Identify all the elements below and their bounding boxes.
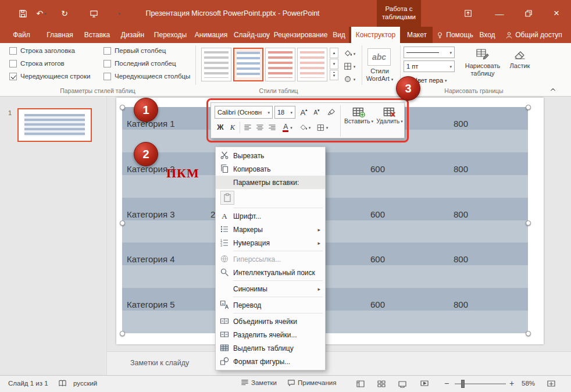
menu-item-merge-cells[interactable]: Объединить ячейки [216, 315, 325, 328]
close-button[interactable]: × [547, 5, 566, 22]
shading-button-mini[interactable]: ▾ [297, 121, 313, 134]
table-cell-value[interactable]: 800 [454, 164, 468, 174]
gallery-more-button[interactable]: ▾ [330, 70, 338, 80]
table-cell-value[interactable]: 600 [370, 209, 385, 219]
customize-qat-button[interactable]: ▾ [113, 7, 126, 20]
reading-view-button[interactable] [398, 379, 407, 390]
tab-review[interactable]: Рецензирование [273, 27, 328, 43]
gallery-scroll-down-button[interactable]: ▾ [330, 59, 338, 69]
table-cell-value[interactable]: 600 [370, 164, 385, 174]
borders-button-mini[interactable]: ▾ [315, 121, 330, 134]
normal-view-button[interactable] [356, 379, 365, 390]
fit-slide-button[interactable] [547, 379, 556, 390]
table-cell-value[interactable]: 600 [370, 300, 385, 309]
zoom-out-button[interactable]: − [444, 379, 449, 388]
first-column-checkbox[interactable] [104, 47, 111, 55]
selection-handle[interactable] [526, 220, 531, 226]
minimize-button[interactable]: — [490, 5, 509, 22]
menu-item-translate[interactable]: а Перевод [216, 298, 325, 312]
header-row-checkbox[interactable] [9, 47, 17, 55]
font-name-combobox[interactable]: Calibri (Основн ▾ [215, 106, 273, 119]
menu-item-bullets[interactable]: Маркеры ▸ [216, 223, 325, 236]
bold-button[interactable]: Ж [215, 121, 226, 134]
signin-button[interactable]: Вход [476, 27, 499, 43]
spellcheck-button[interactable] [58, 379, 67, 389]
last-column-checkbox[interactable] [104, 60, 111, 67]
ribbon-display-options-button[interactable] [458, 5, 478, 22]
selection-handle[interactable] [120, 220, 125, 226]
notes-pane[interactable]: Заметки к слайду [107, 351, 571, 375]
tab-slideshow[interactable]: Слайд-шоу [233, 27, 271, 43]
menu-item-synonyms[interactable]: Синонимы ▸ [216, 282, 325, 295]
selection-handle[interactable] [120, 105, 125, 110]
table-cell-category-5[interactable]: Категория 5 [127, 300, 175, 309]
menu-item-smart-lookup[interactable]: Интеллектуальный поиск [216, 266, 325, 279]
tab-help[interactable]: Помощь [434, 27, 476, 43]
selection-handle[interactable] [526, 105, 531, 110]
zoom-slider-handle[interactable] [461, 380, 465, 388]
total-row-checkbox[interactable] [9, 60, 17, 67]
tab-design[interactable]: Дизайн [116, 27, 149, 43]
table-cell-value[interactable]: 800 [454, 300, 468, 309]
shading-button[interactable]: ▾ [341, 48, 358, 59]
undo-button[interactable]: ↶▾ [35, 7, 48, 20]
slideshow-view-button[interactable] [420, 379, 429, 390]
notes-toggle[interactable]: Заметки [241, 379, 277, 387]
menu-item-select-table[interactable]: Выделить таблицу [216, 341, 325, 355]
selection-handle[interactable] [120, 331, 125, 336]
tab-view[interactable]: Вид [329, 27, 349, 43]
table-cell-value[interactable]: 800 [454, 209, 468, 219]
collapse-ribbon-button[interactable] [549, 86, 557, 95]
menu-item-format-shape[interactable]: Формат фигуры... [216, 355, 325, 368]
language-indicator[interactable]: русский [73, 380, 97, 387]
tab-animations[interactable]: Анимация [192, 27, 230, 43]
restore-button[interactable] [519, 5, 538, 22]
menu-item-numbering[interactable]: 123 Нумерация ▸ [216, 236, 325, 250]
banded-rows-checkbox[interactable] [9, 73, 17, 80]
table-style-option-1[interactable] [201, 48, 231, 81]
insert-cells-button[interactable]: Вставить▾ [344, 105, 374, 137]
wordart-styles-dropdown[interactable]: Стили WordArt ▾ [362, 67, 398, 83]
borders-button[interactable]: ▾ [341, 60, 358, 72]
selection-handle[interactable] [526, 331, 531, 336]
draw-table-button[interactable]: Нарисовать таблицу [463, 45, 502, 85]
tab-file[interactable]: Файл [3, 27, 40, 43]
banded-columns-checkbox[interactable] [104, 73, 111, 80]
delete-cells-button[interactable]: Удалить▾ [375, 105, 404, 137]
table-style-option-3[interactable] [265, 48, 295, 81]
paste-option-button[interactable] [220, 191, 234, 205]
redo-button[interactable]: ↻ [58, 7, 71, 20]
save-button[interactable] [16, 7, 29, 20]
format-painter-button[interactable] [325, 106, 338, 119]
menu-item-copy[interactable]: Копировать [216, 162, 325, 176]
font-color-button[interactable]: А ▾ [280, 121, 295, 134]
start-slideshow-button[interactable] [87, 7, 100, 20]
gallery-scroll-up-button[interactable]: ▴ [330, 48, 338, 58]
tab-insert[interactable]: Вставка [80, 27, 114, 43]
tab-table-layout[interactable]: Макет [402, 27, 431, 43]
table-style-option-4[interactable] [297, 48, 327, 81]
increase-font-size-button[interactable]: А▴ [298, 106, 310, 119]
decrease-font-size-button[interactable]: А▾ [311, 106, 323, 119]
pen-style-dropdown[interactable]: ▾ [404, 47, 455, 58]
menu-item-cut[interactable]: Вырезать [216, 149, 325, 162]
zoom-percentage[interactable]: 58% [522, 380, 535, 387]
zoom-in-button[interactable]: + [509, 379, 514, 388]
table-cell-value[interactable]: 800 [454, 254, 468, 264]
italic-button[interactable]: К [227, 121, 238, 134]
pen-weight-dropdown[interactable]: 1 пт▾ [404, 60, 455, 72]
slide-sorter-view-button[interactable] [377, 379, 386, 390]
slide-thumbnail[interactable] [17, 108, 92, 142]
table-cell-value[interactable]: 600 [370, 254, 385, 264]
font-size-combobox[interactable]: 18 ▾ [274, 106, 295, 119]
tab-transitions[interactable]: Переходы [151, 27, 190, 43]
tab-home[interactable]: Главная [42, 27, 78, 43]
menu-item-font[interactable]: А Шрифт... [216, 209, 325, 223]
effects-button[interactable]: ▾ [341, 73, 358, 85]
table-style-option-2-selected[interactable] [233, 48, 263, 81]
align-left-button[interactable] [242, 121, 254, 134]
share-button[interactable]: Общий доступ [500, 27, 568, 43]
align-center-button[interactable] [254, 121, 266, 134]
comments-toggle[interactable]: Примечания [287, 379, 336, 387]
eraser-button[interactable]: Ластик [504, 45, 536, 85]
